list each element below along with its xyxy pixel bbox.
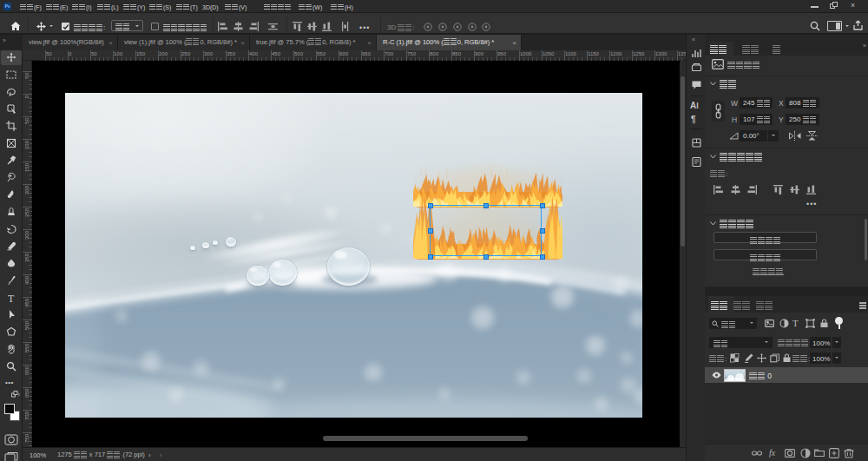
svg-text:T: T [8,293,15,303]
